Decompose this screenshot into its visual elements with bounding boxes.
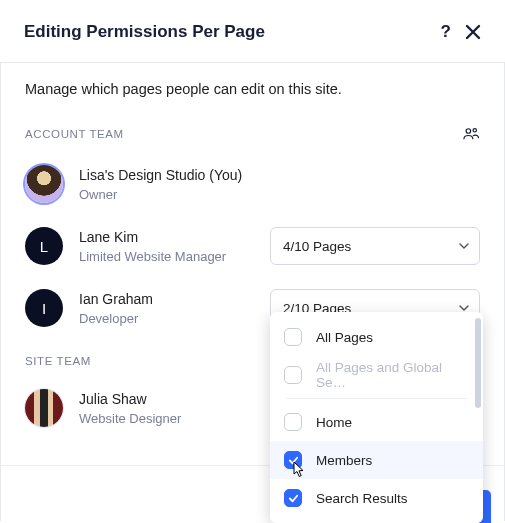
avatar: I	[25, 289, 63, 327]
section-account-team: ACCOUNT TEAM	[25, 128, 462, 140]
svg-point-0	[466, 129, 471, 134]
avatar: L	[25, 227, 63, 265]
dropdown-option-members[interactable]: Members	[270, 441, 483, 479]
help-icon[interactable]: ?	[441, 22, 451, 42]
checkbox[interactable]	[284, 413, 302, 431]
member-name: Lisa's Design Studio (You)	[79, 167, 480, 183]
chevron-down-icon	[459, 241, 469, 251]
avatar	[25, 389, 63, 427]
dropdown-option-label: Home	[316, 415, 352, 430]
member-name: Lane Kim	[79, 229, 270, 245]
pages-select[interactable]: 4/10 Pages	[270, 227, 480, 265]
people-icon[interactable]	[462, 125, 480, 143]
member-role: Developer	[79, 311, 270, 326]
svg-point-1	[473, 129, 476, 132]
divider	[286, 398, 467, 399]
pages-select-value: 4/10 Pages	[283, 239, 351, 254]
checkbox-checked[interactable]	[284, 489, 302, 507]
dropdown-option-label: All Pages	[316, 330, 373, 345]
member-name: Ian Graham	[79, 291, 270, 307]
close-icon[interactable]	[465, 24, 481, 40]
dropdown-option-all-global[interactable]: All Pages and Global Se…	[270, 356, 483, 394]
dropdown-option-all-pages[interactable]: All Pages	[270, 318, 483, 356]
checkbox[interactable]	[284, 328, 302, 346]
scrollbar[interactable]	[475, 318, 481, 408]
checkbox[interactable]	[284, 366, 302, 384]
member-row: L Lane Kim Limited Website Manager 4/10 …	[1, 215, 504, 277]
checkbox-checked[interactable]	[284, 451, 302, 469]
dropdown-option-label: Members	[316, 453, 372, 468]
dropdown-option-home[interactable]: Home	[270, 403, 483, 441]
dropdown-option-label: Search Results	[316, 491, 408, 506]
dropdown-option-label: All Pages and Global Se…	[316, 360, 469, 390]
dropdown-option-search-results[interactable]: Search Results	[270, 479, 483, 517]
avatar	[25, 165, 63, 203]
member-role: Owner	[79, 187, 480, 202]
member-role: Limited Website Manager	[79, 249, 270, 264]
dialog-description: Manage which pages people can edit on th…	[1, 63, 504, 101]
pages-dropdown: All Pages All Pages and Global Se… Home …	[270, 312, 483, 523]
dialog-title: Editing Permissions Per Page	[24, 22, 441, 42]
member-row: Lisa's Design Studio (You) Owner	[1, 153, 504, 215]
